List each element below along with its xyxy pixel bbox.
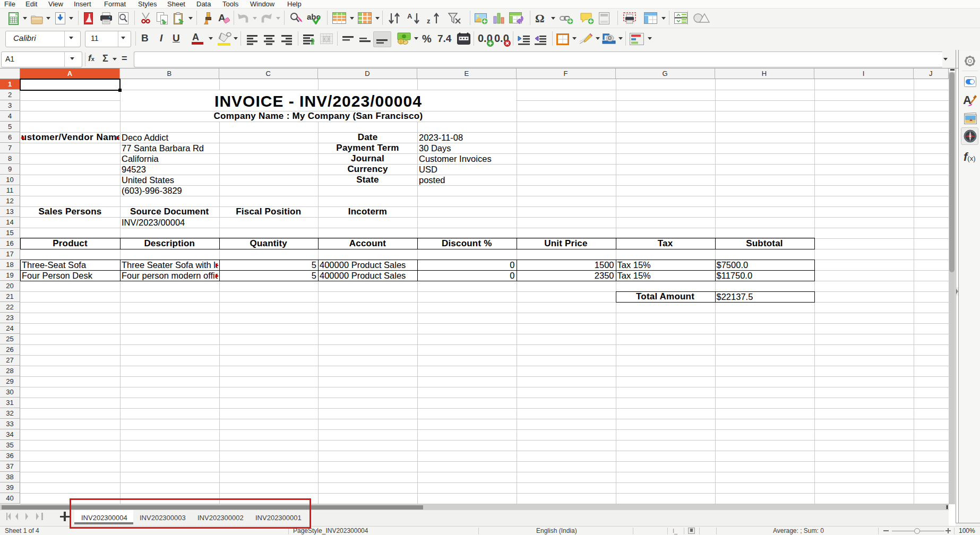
svg-text:z: z [427,17,431,24]
svg-text:Ω: Ω [535,12,545,24]
svg-text:A: A [407,12,412,20]
svg-text:A: A [963,93,972,107]
